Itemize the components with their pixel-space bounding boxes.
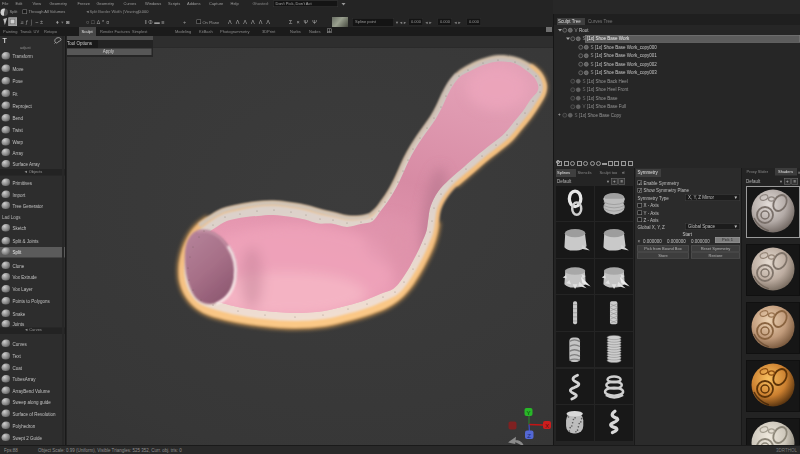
svg-text:Y: Y <box>526 410 530 416</box>
svg-text:X: X <box>545 423 549 429</box>
svg-text:Z: Z <box>527 433 531 439</box>
